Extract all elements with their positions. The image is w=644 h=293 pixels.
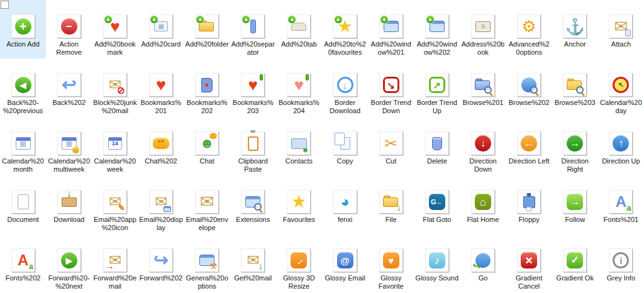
follow-icon: → [563,190,587,214]
item-copy[interactable]: Copy [322,117,368,175]
item-contacts[interactable]: ☻Contacts [276,117,322,175]
bookmarks-2-icon: ♥ [195,73,219,97]
item-back-previous[interactable]: ◀Back%20-%20previous [0,58,46,117]
item-gradient-ok[interactable]: ✓Gradient Ok [552,234,598,292]
item-bookmarks-4[interactable]: ♥Bookmarks%204 [276,58,322,117]
item-flat-goto[interactable]: G←Flat Goto [414,175,460,234]
item-fonts-1[interactable]: AaFonts%201 [598,175,644,234]
item-action-remove[interactable]: −Action Remove [46,0,92,58]
add-window-2-icon: + [425,14,449,38]
item-label: Calendar%20multiweek [47,157,91,174]
item-border-trend-down[interactable]: ↘Border Trend Down [368,58,414,117]
item-cut[interactable]: ✂Cut [368,117,414,175]
item-calendar-multiweek[interactable]: ▦Calendar%20multiweek [46,117,92,175]
item-grey-info[interactable]: iGrey Info [598,234,644,292]
item-direction-up[interactable]: ↑Direction Up [598,117,644,175]
item-border-download[interactable]: ↓Border Download [322,58,368,117]
floppy-icon [517,190,541,214]
item-add-folder[interactable]: +Add%20folder [184,0,230,58]
item-document[interactable]: Document [0,175,46,234]
item-label: Clipboard Paste [231,157,275,174]
item-forward-email[interactable]: ✉→Forward%20email [92,234,138,292]
item-label: Favourites [283,216,315,224]
item-fenxi[interactable]: ◕fenxi [322,175,368,234]
item-general-options[interactable]: ⚒General%20options [184,234,230,292]
item-block-junk-mail[interactable]: ✉⊘Block%20junk%20mail [92,58,138,117]
item-direction-down[interactable]: ↓Direction Down [460,117,506,175]
item-bookmarks-2[interactable]: ♥Bookmarks%202 [184,58,230,117]
item-label: Contacts [286,157,313,165]
item-label: Forward%20email [93,274,137,290]
item-back-2[interactable]: ↩Back%202 [46,58,92,117]
item-gradient-cancel[interactable]: ×Gradient Cancel [506,234,552,292]
item-calendar-month[interactable]: ▦Calendar%20month [0,117,46,175]
item-delete[interactable]: Delete [414,117,460,175]
item-email-app-icon[interactable]: ✉✎Email%20app%20icon [92,175,138,234]
select-checkbox[interactable] [1,1,9,9]
item-add-to-favourites[interactable]: ★+Add%20to%20favourites [322,0,368,58]
back-2-icon: ↩ [57,73,81,97]
item-label: Add%20folder [186,40,229,48]
item-bookmarks-3[interactable]: ♥Bookmarks%203 [230,58,276,117]
item-label: Floppy [519,216,540,224]
item-anchor[interactable]: ⚓Anchor [552,0,598,58]
item-browse-3[interactable]: Browse%203 [552,58,598,117]
item-forward-next[interactable]: ▶Forward%20-%20next [46,234,92,292]
calendar-day-icon: ↖ [609,73,633,97]
item-glossy-email[interactable]: @Glossy Email [322,234,368,292]
item-browse-2[interactable]: Browse%202 [506,58,552,117]
general-options-icon: ⚒ [195,248,219,272]
fonts-2-icon: Aa [11,248,35,272]
cut-icon: ✂ [379,131,403,155]
item-add-bookmark[interactable]: ♥+Add%20bookmark [92,0,138,58]
item-fonts-2[interactable]: AaFonts%202 [0,234,46,292]
item-label: Gradient Ok [557,274,594,282]
item-add-window-2[interactable]: +Add%20window%202 [414,0,460,58]
item-label: Glossy Favorite [369,274,413,290]
item-glossy-sound[interactable]: ♪Glossy Sound [414,234,460,292]
item-glossy-favorite[interactable]: ♥Glossy Favorite [368,234,414,292]
item-chat-2[interactable]: “”Chat%202 [138,117,184,175]
item-advanced-options[interactable]: ⚙Advanced%20options [506,0,552,58]
icon-grid: +Action Add−Action Remove♥+Add%20bookmar… [0,0,644,292]
browse-2-icon [517,73,541,97]
item-clipboard-paste[interactable]: Clipboard Paste [230,117,276,175]
item-add-separator[interactable]: +Add%20separator [230,0,276,58]
item-label: Direction Up [602,157,640,165]
item-label: Browse%202 [509,99,550,107]
clipboard-paste-icon [241,131,265,155]
attach-icon: ✉ [609,14,633,38]
add-folder-icon: + [195,14,219,38]
item-direction-right[interactable]: →Direction Right [552,117,598,175]
item-label: Follow [565,216,585,224]
item-email-display[interactable]: ✉Email%20display [138,175,184,234]
item-follow[interactable]: →Follow [552,175,598,234]
item-calendar-day[interactable]: ↖Calendar%20day [598,58,644,117]
chat-icon: ☻” [195,131,219,155]
item-attach[interactable]: ✉Attach [598,0,644,58]
item-download[interactable]: ↓Download [46,175,92,234]
item-favourites[interactable]: ★Favourites [276,175,322,234]
item-glossy-3d-resize[interactable]: ↔Glossy 3D Resize [276,234,322,292]
item-go[interactable]: ↪Go [460,234,506,292]
item-forward-2[interactable]: ↪Forward%202 [138,234,184,292]
item-add-card[interactable]: ▤+Add%20card [138,0,184,58]
item-label: Glossy Sound [416,274,458,282]
item-add-tab[interactable]: +Add%20tab [276,0,322,58]
item-address-book[interactable]: ≡Address%20book [460,0,506,58]
item-file[interactable]: ↓File [368,175,414,234]
item-chat[interactable]: ☻”Chat [184,117,230,175]
forward-next-icon: ▶ [57,248,81,272]
item-email-envelope[interactable]: ✉Email%20envelope [184,175,230,234]
item-flat-home[interactable]: ⌂Flat Home [460,175,506,234]
item-extensions[interactable]: Extensions [230,175,276,234]
item-get-mail[interactable]: ✉↓Get%20mail [230,234,276,292]
item-label: Action Add [6,40,40,48]
item-add-window-1[interactable]: +Add%20window%201 [368,0,414,58]
item-border-trend-up[interactable]: ↗Border Trend Up [414,58,460,117]
item-calendar-week[interactable]: 14Calendar%20week [92,117,138,175]
item-bookmarks-1[interactable]: ♥Bookmarks%201 [138,58,184,117]
item-floppy[interactable]: Floppy [506,175,552,234]
item-direction-left[interactable]: ←Direction Left [506,117,552,175]
item-browse-1[interactable]: Browse%201 [460,58,506,117]
